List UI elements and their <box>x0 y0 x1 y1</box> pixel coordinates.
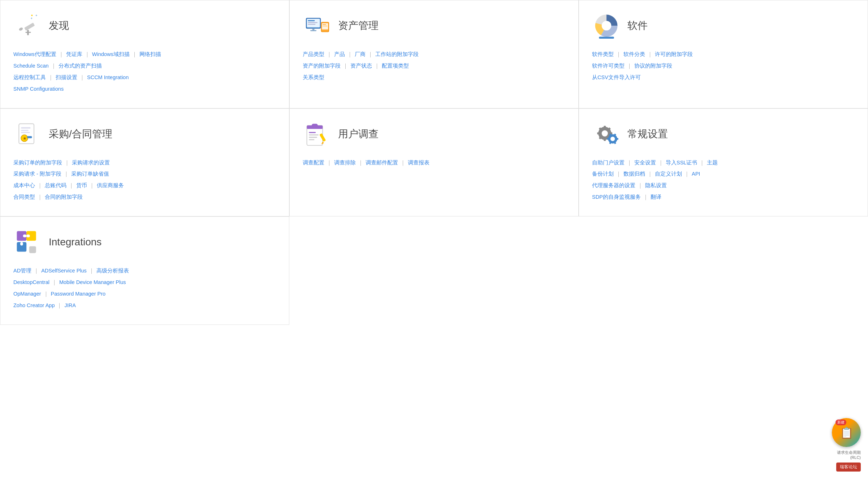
nav-link[interactable]: 数据归档 <box>623 171 645 177</box>
link-row: Zoho Creator App｜JIRA <box>13 300 276 311</box>
nav-link[interactable]: 高级分析报表 <box>96 268 129 274</box>
svg-rect-30 <box>307 125 323 129</box>
nav-link[interactable]: DesktopCentral <box>13 279 49 285</box>
nav-link[interactable]: 合同的附加字段 <box>45 194 83 200</box>
card-header-integrations: Integrations <box>13 228 276 257</box>
nav-link[interactable]: 总账代码 <box>45 182 66 188</box>
svg-point-38 <box>603 131 607 136</box>
nav-link[interactable]: Schedule Scan <box>13 63 49 69</box>
card-header-software: 软件 <box>592 11 855 40</box>
nav-link[interactable]: Zoho Creator App <box>13 302 55 308</box>
svg-text:+: + <box>35 13 38 17</box>
svg-rect-56 <box>23 235 26 237</box>
nav-link[interactable]: 分布式的资产扫描 <box>59 63 102 69</box>
separator: ｜ <box>85 51 90 57</box>
nav-link[interactable]: 采购订单缺省值 <box>71 171 109 177</box>
card-title-assets: 资产管理 <box>338 19 379 33</box>
nav-link[interactable]: 备份计划 <box>592 171 614 177</box>
card-header-purchase: ★ 采购/合同管理 <box>13 120 276 149</box>
nav-link[interactable]: 导入SSL证书 <box>666 160 697 165</box>
nav-link[interactable]: 产品 <box>334 51 345 57</box>
nav-link[interactable]: 软件许可类型 <box>592 63 625 69</box>
link-row: 合同类型｜合同的附加字段 <box>13 192 276 203</box>
nav-link[interactable]: 网络扫描 <box>139 51 161 57</box>
separator: ｜ <box>658 160 664 165</box>
nav-link[interactable]: 工作站的附加字段 <box>375 51 419 57</box>
separator: ｜ <box>57 302 62 308</box>
nav-link[interactable]: 软件类型 <box>592 51 614 57</box>
nav-link[interactable]: 产品类型 <box>303 51 324 57</box>
nav-link[interactable]: 安全设置 <box>634 160 656 165</box>
link-row: 软件许可类型｜协议的附加字段 <box>592 60 855 72</box>
card-general: 常规设置自助门户设置｜安全设置｜导入SSL证书｜主题备份计划｜数据归档｜自定义计… <box>579 108 868 217</box>
nav-link[interactable]: 配置项类型 <box>382 63 409 69</box>
link-row: 产品类型｜产品｜厂商｜工作站的附加字段 <box>303 49 565 60</box>
nav-link[interactable]: AD管理 <box>13 268 31 274</box>
nav-link[interactable]: 成本中心 <box>13 182 35 188</box>
card-header-assets: 资产管理 <box>303 11 565 40</box>
nav-link[interactable]: 货币 <box>76 182 87 188</box>
nav-link[interactable]: 远程控制工具 <box>13 74 46 80</box>
nav-link[interactable]: SDP的自身监视服务 <box>592 194 641 200</box>
nav-link[interactable]: 调查邮件配置 <box>366 160 398 165</box>
svg-rect-33 <box>309 137 317 138</box>
nav-link[interactable]: 采购订单的附加字段 <box>13 160 62 165</box>
card-links-assets: 产品类型｜产品｜厂商｜工作站的附加字段资产的附加字段｜资产状态｜配置项类型关系类… <box>303 49 565 83</box>
nav-link[interactable]: 主题 <box>707 160 718 165</box>
nav-link[interactable]: API <box>692 171 700 177</box>
separator: ｜ <box>358 160 363 165</box>
nav-link[interactable]: 扫描设置 <box>56 74 77 80</box>
nav-link[interactable]: 翻译 <box>651 194 661 200</box>
nav-link[interactable]: OpManager <box>13 291 41 297</box>
nav-link[interactable]: 代理服务器的设置 <box>592 182 635 188</box>
separator: ｜ <box>37 182 43 188</box>
separator: ｜ <box>374 63 380 69</box>
card-links-discover: Windows代理配置｜凭证库｜Windows域扫描｜网络扫描Schedule … <box>13 49 276 95</box>
nav-link[interactable]: Mobile Device Manager Plus <box>59 279 126 285</box>
link-row: 代理服务器的设置｜隐私设置 <box>592 180 855 192</box>
nav-link[interactable]: SNMP Configurations <box>13 86 64 92</box>
svg-rect-13 <box>310 30 316 31</box>
nav-link[interactable]: 资产状态 <box>350 63 372 69</box>
link-row: AD管理｜ADSelfService Plus｜高级分析报表 <box>13 265 276 277</box>
svg-rect-31 <box>309 132 316 133</box>
separator: ｜ <box>51 63 56 69</box>
card-title-purchase: 采购/合同管理 <box>49 127 112 141</box>
nav-link[interactable]: 自定义计划 <box>655 171 682 177</box>
link-row: 调查配置｜调查排除｜调查邮件配置｜调查报表 <box>303 157 565 169</box>
nav-link[interactable]: Windows代理配置 <box>13 51 56 57</box>
svg-rect-10 <box>308 22 318 23</box>
svg-rect-20 <box>599 36 614 39</box>
separator: ｜ <box>699 160 705 165</box>
nav-link[interactable]: SCCM Integration <box>87 74 129 80</box>
nav-link[interactable]: 合同类型 <box>13 194 35 200</box>
discover-icon: + + <box>13 11 42 40</box>
nav-link[interactable]: 协议的附加字段 <box>634 63 672 69</box>
nav-link[interactable]: 资产的附加字段 <box>303 63 341 69</box>
link-row: OpManager｜Password Manager Pro <box>13 288 276 300</box>
svg-rect-57 <box>20 237 23 241</box>
svg-rect-59 <box>26 235 30 237</box>
nav-link[interactable]: Password Manager Pro <box>51 291 106 297</box>
nav-link[interactable]: JIRA <box>64 302 75 308</box>
nav-link[interactable]: 凭证库 <box>66 51 82 57</box>
nav-link[interactable]: 隐私设置 <box>645 182 667 188</box>
card-header-discover: + + 发现 <box>13 11 276 40</box>
nav-link[interactable]: 厂商 <box>355 51 366 57</box>
nav-link[interactable]: 关系类型 <box>303 74 324 80</box>
nav-link[interactable]: 采购请求 - 附加字段 <box>13 171 61 177</box>
nav-link[interactable]: 自助门户设置 <box>592 160 625 165</box>
nav-link[interactable]: 从CSV文件导入许可 <box>592 74 641 80</box>
nav-link[interactable]: 软件分类 <box>623 51 645 57</box>
nav-link[interactable]: 许可的附加字段 <box>655 51 693 57</box>
nav-link[interactable]: 调查报表 <box>408 160 429 165</box>
nav-link[interactable]: 采购请求的设置 <box>72 160 110 165</box>
nav-link[interactable]: 调查排除 <box>334 160 356 165</box>
separator: ｜ <box>43 291 49 297</box>
svg-text:+: + <box>31 16 33 20</box>
nav-link[interactable]: ADSelfService Plus <box>41 268 87 274</box>
nav-link[interactable]: Windows域扫描 <box>92 51 130 57</box>
nav-link[interactable]: 调查配置 <box>303 160 324 165</box>
nav-link[interactable]: 供应商服务 <box>97 182 124 188</box>
svg-rect-17 <box>323 26 327 26</box>
